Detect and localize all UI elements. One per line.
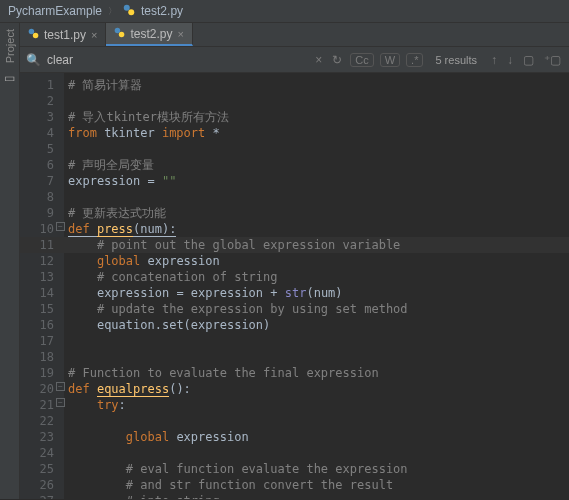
code-line[interactable]: # into string xyxy=(64,493,569,499)
breadcrumb-file[interactable]: test2.py xyxy=(141,4,183,18)
token: from xyxy=(68,126,104,140)
line-number: 7 xyxy=(20,173,64,189)
code-line[interactable]: global expression xyxy=(64,253,569,269)
token: expression xyxy=(147,254,219,268)
breadcrumb: PycharmExample 〉 test2.py xyxy=(0,0,569,23)
line-number: 4 xyxy=(20,125,64,141)
prev-match-icon[interactable]: ↑ xyxy=(489,53,499,67)
code-line[interactable]: expression = "" xyxy=(64,173,569,189)
token: import xyxy=(162,126,213,140)
clear-search-icon[interactable]: × xyxy=(313,53,324,67)
project-structure-icon[interactable]: ▭ xyxy=(4,71,15,85)
fold-icon[interactable]: − xyxy=(56,398,65,407)
line-number: 1 xyxy=(20,77,64,93)
token: try xyxy=(97,398,119,412)
token: # into string xyxy=(126,494,220,499)
close-icon[interactable]: × xyxy=(91,29,97,41)
code-line[interactable]: # point out the global expression variab… xyxy=(64,237,569,253)
code-line[interactable]: try: xyxy=(64,397,569,413)
fold-icon[interactable]: − xyxy=(56,382,65,391)
tab-label: test1.py xyxy=(44,28,86,42)
token: # 更新表达式功能 xyxy=(68,206,166,220)
code-editor[interactable]: 12345678910−11121314151617181920−21−2223… xyxy=(20,73,569,499)
project-tool-sidebar[interactable]: Project ▭ xyxy=(0,23,20,499)
token: # 导入tkinter模块所有方法 xyxy=(68,110,229,124)
select-all-icon[interactable]: ▢ xyxy=(521,53,536,67)
search-icon[interactable]: 🔍 xyxy=(26,53,41,67)
code-line[interactable] xyxy=(64,333,569,349)
tab-test1[interactable]: test1.py × xyxy=(20,23,106,46)
token: (num) xyxy=(306,286,342,300)
sidebar-label[interactable]: Project xyxy=(4,29,16,63)
token: (num): xyxy=(133,222,176,237)
code-line[interactable]: # concatenation of string xyxy=(64,269,569,285)
next-match-icon[interactable]: ↓ xyxy=(505,53,515,67)
words-toggle[interactable]: W xyxy=(380,53,400,67)
code-line[interactable] xyxy=(64,349,569,365)
code-line[interactable]: # Function to evaluate the final express… xyxy=(64,365,569,381)
token: # concatenation of string xyxy=(97,270,278,284)
search-history-icon[interactable]: ↻ xyxy=(330,53,344,67)
code-line[interactable]: # update the expression by using set met… xyxy=(64,301,569,317)
code-line[interactable]: equation.set(expression) xyxy=(64,317,569,333)
line-number: 12 xyxy=(20,253,64,269)
token: def xyxy=(68,382,97,396)
line-number: 21− xyxy=(20,397,64,413)
code-line[interactable] xyxy=(64,141,569,157)
token: : xyxy=(119,398,126,412)
svg-point-1 xyxy=(128,9,134,15)
line-number: 3 xyxy=(20,109,64,125)
match-case-toggle[interactable]: Cc xyxy=(350,53,373,67)
svg-point-3 xyxy=(33,32,39,38)
regex-toggle[interactable]: .* xyxy=(406,53,423,67)
token: press xyxy=(97,222,133,237)
fold-icon[interactable]: − xyxy=(56,222,65,231)
tab-test2[interactable]: test2.py × xyxy=(106,23,192,46)
line-number: 14 xyxy=(20,285,64,301)
code-line[interactable]: from tkinter import * xyxy=(64,125,569,141)
code-line[interactable]: def press(num): xyxy=(64,221,569,237)
code-content[interactable]: # 简易计算器 # 导入tkinter模块所有方法from tkinter im… xyxy=(64,73,569,499)
search-input[interactable] xyxy=(47,53,307,67)
code-line[interactable]: # 简易计算器 xyxy=(64,77,569,93)
code-line[interactable] xyxy=(64,189,569,205)
svg-point-4 xyxy=(115,27,121,33)
line-number: 20− xyxy=(20,381,64,397)
token: equalpress xyxy=(97,382,169,397)
close-icon[interactable]: × xyxy=(178,28,184,40)
token: # Function to evaluate the final express… xyxy=(68,366,379,380)
breadcrumb-project[interactable]: PycharmExample xyxy=(8,4,102,18)
breadcrumb-sep: 〉 xyxy=(108,5,117,18)
editor-tabs: test1.py × test2.py × xyxy=(20,23,569,47)
token: global xyxy=(97,254,148,268)
results-count: 5 results xyxy=(435,54,477,66)
code-line[interactable] xyxy=(64,413,569,429)
svg-point-2 xyxy=(29,28,35,34)
line-number: 10− xyxy=(20,221,64,237)
line-number: 9 xyxy=(20,205,64,221)
code-line[interactable]: # and str function convert the result xyxy=(64,477,569,493)
token: # and str function convert the result xyxy=(126,478,393,492)
code-line[interactable]: # 更新表达式功能 xyxy=(64,205,569,221)
token: # 简易计算器 xyxy=(68,78,142,92)
line-number: 15 xyxy=(20,301,64,317)
token: def xyxy=(68,222,97,237)
code-line[interactable]: expression = expression + str(num) xyxy=(64,285,569,301)
code-line[interactable] xyxy=(64,445,569,461)
line-number: 5 xyxy=(20,141,64,157)
code-line[interactable]: global expression xyxy=(64,429,569,445)
token: expression = expression + xyxy=(97,286,285,300)
token: global xyxy=(126,430,177,444)
code-line[interactable]: def equalpress(): xyxy=(64,381,569,397)
code-line[interactable]: # 导入tkinter模块所有方法 xyxy=(64,109,569,125)
token: # eval function evaluate the expression xyxy=(126,462,408,476)
line-number: 23 xyxy=(20,429,64,445)
token: # 声明全局变量 xyxy=(68,158,154,172)
token: str xyxy=(285,286,307,300)
code-line[interactable] xyxy=(64,93,569,109)
add-selection-icon[interactable]: ⁺▢ xyxy=(542,53,563,67)
line-number: 17 xyxy=(20,333,64,349)
token: "" xyxy=(162,174,176,188)
code-line[interactable]: # eval function evaluate the expression xyxy=(64,461,569,477)
code-line[interactable]: # 声明全局变量 xyxy=(64,157,569,173)
